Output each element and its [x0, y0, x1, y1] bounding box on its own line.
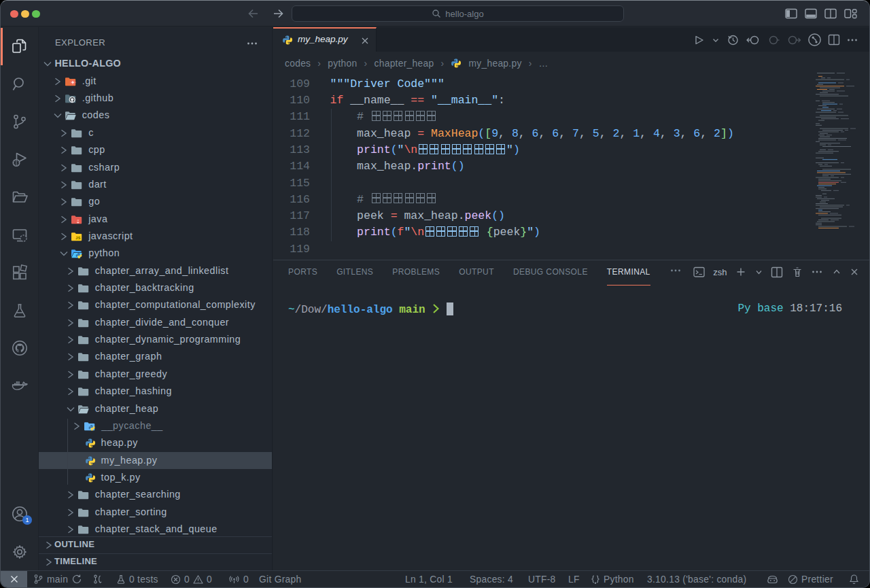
svg-text:JS: JS — [75, 236, 81, 240]
